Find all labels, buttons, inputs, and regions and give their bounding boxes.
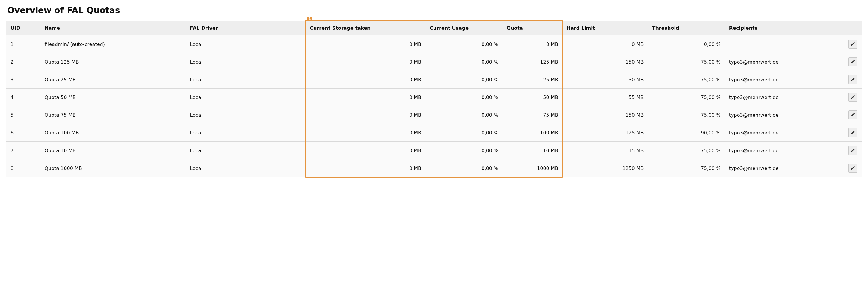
cell-quota: 125 MB xyxy=(502,53,562,71)
cell-storage: 0 MB xyxy=(306,124,426,142)
quota-table: UID Name FAL Driver Current Storage take… xyxy=(6,21,862,177)
cell-uid: 8 xyxy=(6,159,40,177)
table-row: 5 Quota 75 MB Local 0 MB 0,00 % 75 MB 15… xyxy=(6,106,862,124)
edit-button[interactable] xyxy=(848,40,858,49)
cell-recipients: typo3@mehrwert.de xyxy=(725,124,828,142)
cell-threshold: 75,00 % xyxy=(648,159,725,177)
table-header-row: UID Name FAL Driver Current Storage take… xyxy=(6,21,862,35)
cell-hard: 125 MB xyxy=(562,124,648,142)
cell-driver: Local xyxy=(186,53,306,71)
col-name: Name xyxy=(40,21,186,35)
cell-threshold: 75,00 % xyxy=(648,106,725,124)
cell-storage: 0 MB xyxy=(306,159,426,177)
col-threshold: Threshold xyxy=(648,21,725,35)
cell-recipients: typo3@mehrwert.de xyxy=(725,88,828,106)
cell-quota: 1000 MB xyxy=(502,159,562,177)
cell-name: Quota 75 MB xyxy=(40,106,186,124)
cell-threshold: 75,00 % xyxy=(648,71,725,88)
cell-actions xyxy=(828,53,862,71)
cell-hard: 0 MB xyxy=(562,35,648,53)
cell-uid: 3 xyxy=(6,71,40,88)
cell-hard: 15 MB xyxy=(562,142,648,159)
col-storage: Current Storage taken xyxy=(306,21,426,35)
cell-name: fileadmin/ (auto-created) xyxy=(40,35,186,53)
cell-threshold: 75,00 % xyxy=(648,53,725,71)
cell-threshold: 0,00 % xyxy=(648,35,725,53)
cell-storage: 0 MB xyxy=(306,53,426,71)
cell-quota: 0 MB xyxy=(502,35,562,53)
edit-button[interactable] xyxy=(848,57,858,66)
edit-button[interactable] xyxy=(848,93,858,102)
pencil-icon xyxy=(850,148,856,153)
cell-uid: 7 xyxy=(6,142,40,159)
cell-name: Quota 10 MB xyxy=(40,142,186,159)
col-usage: Current Usage xyxy=(426,21,502,35)
cell-hard: 150 MB xyxy=(562,106,648,124)
table-row: 2 Quota 125 MB Local 0 MB 0,00 % 125 MB … xyxy=(6,53,862,71)
pencil-icon xyxy=(850,59,856,65)
cell-driver: Local xyxy=(186,106,306,124)
pencil-icon xyxy=(850,95,856,100)
cell-actions xyxy=(828,35,862,53)
cell-quota: 100 MB xyxy=(502,124,562,142)
cell-usage: 0,00 % xyxy=(426,124,502,142)
cell-actions xyxy=(828,124,862,142)
edit-button[interactable] xyxy=(848,164,858,173)
cell-usage: 0,00 % xyxy=(426,159,502,177)
table-row: 3 Quota 25 MB Local 0 MB 0,00 % 25 MB 30… xyxy=(6,71,862,88)
pencil-icon xyxy=(850,166,856,171)
cell-name: Quota 100 MB xyxy=(40,124,186,142)
cell-quota: 10 MB xyxy=(502,142,562,159)
col-quota: Quota xyxy=(502,21,562,35)
table-row: 4 Quota 50 MB Local 0 MB 0,00 % 50 MB 55… xyxy=(6,88,862,106)
cell-threshold: 75,00 % xyxy=(648,88,725,106)
highlight-label: 1 xyxy=(307,17,312,21)
cell-name: Quota 50 MB xyxy=(40,88,186,106)
cell-quota: 75 MB xyxy=(502,106,562,124)
col-hard: Hard Limit xyxy=(562,21,648,35)
cell-storage: 0 MB xyxy=(306,71,426,88)
cell-hard: 1250 MB xyxy=(562,159,648,177)
edit-button[interactable] xyxy=(848,110,858,119)
table-row: 8 Quota 1000 MB Local 0 MB 0,00 % 1000 M… xyxy=(6,159,862,177)
pencil-icon xyxy=(850,41,856,47)
edit-button[interactable] xyxy=(848,75,858,84)
cell-storage: 0 MB xyxy=(306,35,426,53)
cell-uid: 2 xyxy=(6,53,40,71)
cell-actions xyxy=(828,71,862,88)
cell-usage: 0,00 % xyxy=(426,88,502,106)
cell-driver: Local xyxy=(186,142,306,159)
cell-actions xyxy=(828,159,862,177)
cell-quota: 25 MB xyxy=(502,71,562,88)
table-row: 1 fileadmin/ (auto-created) Local 0 MB 0… xyxy=(6,35,862,53)
pencil-icon xyxy=(850,77,856,82)
cell-driver: Local xyxy=(186,35,306,53)
cell-driver: Local xyxy=(186,88,306,106)
cell-recipients: typo3@mehrwert.de xyxy=(725,142,828,159)
cell-recipients: typo3@mehrwert.de xyxy=(725,159,828,177)
cell-actions xyxy=(828,106,862,124)
pencil-icon xyxy=(850,130,856,136)
col-recipients: Recipients xyxy=(725,21,828,35)
cell-usage: 0,00 % xyxy=(426,106,502,124)
cell-usage: 0,00 % xyxy=(426,35,502,53)
cell-threshold: 75,00 % xyxy=(648,142,725,159)
cell-name: Quota 1000 MB xyxy=(40,159,186,177)
col-driver: FAL Driver xyxy=(186,21,306,35)
cell-recipients: typo3@mehrwert.de xyxy=(725,71,828,88)
cell-hard: 30 MB xyxy=(562,71,648,88)
cell-uid: 1 xyxy=(6,35,40,53)
quota-table-wrapper: UID Name FAL Driver Current Storage take… xyxy=(6,21,862,177)
cell-quota: 50 MB xyxy=(502,88,562,106)
cell-storage: 0 MB xyxy=(306,142,426,159)
table-row: 7 Quota 10 MB Local 0 MB 0,00 % 10 MB 15… xyxy=(6,142,862,159)
cell-uid: 6 xyxy=(6,124,40,142)
edit-button[interactable] xyxy=(848,128,858,137)
cell-driver: Local xyxy=(186,71,306,88)
cell-usage: 0,00 % xyxy=(426,53,502,71)
cell-driver: Local xyxy=(186,124,306,142)
edit-button[interactable] xyxy=(848,146,858,155)
col-uid: UID xyxy=(6,21,40,35)
cell-name: Quota 125 MB xyxy=(40,53,186,71)
cell-usage: 0,00 % xyxy=(426,142,502,159)
